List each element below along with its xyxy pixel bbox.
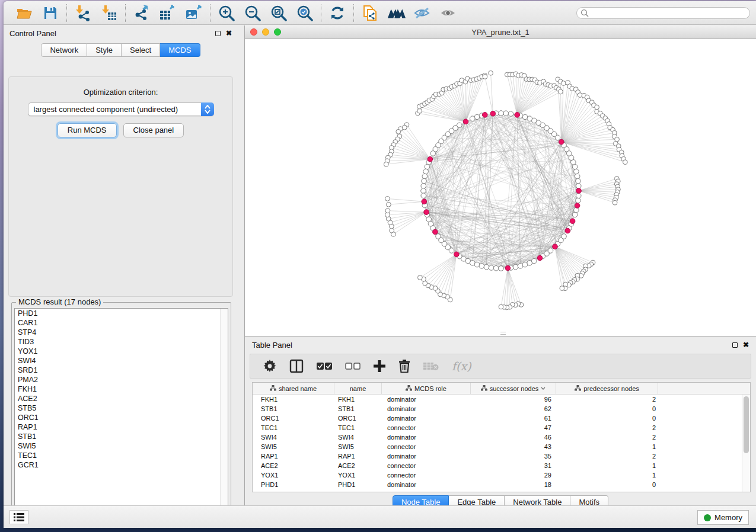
close-panel-button[interactable]: Close panel — [123, 123, 184, 137]
network-node[interactable] — [423, 169, 429, 174]
network-hub-node[interactable] — [428, 156, 433, 162]
mcds-result-item[interactable]: SRD1 — [15, 366, 228, 375]
memory-button[interactable]: Memory — [697, 510, 749, 525]
save-session-icon[interactable] — [41, 4, 60, 22]
network-titlebar[interactable]: YPA_prune.txt_1 — [245, 25, 756, 39]
zoom-selected-icon[interactable] — [295, 4, 314, 22]
criterion-dropdown[interactable]: largest connected component (undirected) — [28, 102, 214, 116]
network-node[interactable] — [422, 174, 428, 179]
network-node[interactable] — [479, 264, 484, 269]
network-hub-node[interactable] — [422, 199, 427, 204]
table-scrollbar[interactable] — [742, 395, 750, 492]
task-history-button[interactable] — [9, 510, 28, 524]
mcds-result-item[interactable]: SWI4 — [15, 356, 228, 366]
column-header-name[interactable]: name — [334, 383, 382, 394]
network-node[interactable] — [548, 248, 553, 254]
network-node[interactable] — [574, 169, 579, 174]
export-image-icon[interactable] — [184, 4, 203, 22]
show-all-icon[interactable] — [439, 4, 458, 22]
network-leaf-node[interactable] — [613, 200, 617, 205]
node-table-body[interactable]: FKH1FKH1dominator962STB1STB1dominator620… — [253, 395, 742, 492]
column-header-MCDS-role[interactable]: MCDS role — [382, 383, 471, 394]
network-leaf-node[interactable] — [615, 137, 620, 142]
network-node[interactable] — [531, 258, 537, 264]
close-panel-icon[interactable]: ✖ — [226, 30, 232, 37]
zoom-fit-icon[interactable] — [269, 4, 288, 22]
mcds-result-item[interactable]: PHD1 — [15, 309, 228, 318]
float-table-panel-icon[interactable] — [732, 342, 738, 348]
network-leaf-node[interactable] — [559, 89, 563, 94]
mcds-result-item[interactable]: GCR1 — [15, 460, 228, 470]
table-row[interactable]: STB1STB1dominator620 — [253, 404, 742, 414]
network-leaf-node[interactable] — [560, 286, 564, 291]
network-hub-node[interactable] — [575, 203, 580, 209]
network-node[interactable] — [449, 248, 454, 254]
network-node[interactable] — [575, 174, 580, 179]
table-row[interactable]: SWI5SWI5connector431 — [253, 442, 742, 451]
network-hub-node[interactable] — [433, 229, 438, 235]
hide-selected-icon[interactable] — [413, 4, 432, 22]
mcds-result-item[interactable]: PMA2 — [15, 375, 228, 384]
network-node[interactable] — [576, 193, 581, 198]
run-mcds-button[interactable]: Run MCDS — [58, 123, 117, 137]
mcds-result-item[interactable]: RAP1 — [15, 422, 228, 432]
table-row[interactable]: FKH1FKH1dominator962 — [253, 395, 742, 404]
mcds-result-item[interactable]: STB5 — [15, 403, 228, 413]
zoom-out-icon[interactable] — [243, 4, 262, 22]
network-hub-node[interactable] — [454, 252, 460, 257]
export-network-icon[interactable] — [132, 4, 151, 22]
mcds-result-item[interactable]: ACE2 — [15, 394, 228, 403]
export-table-icon[interactable] — [158, 4, 177, 22]
import-table-icon[interactable] — [100, 4, 119, 22]
table-row[interactable]: TEC1TEC1connector472 — [253, 423, 742, 432]
select-all-checks-icon[interactable] — [317, 363, 332, 370]
settings-gear-icon[interactable] — [263, 360, 276, 373]
network-node[interactable] — [576, 183, 581, 188]
network-graph[interactable] — [245, 39, 756, 336]
network-hub-node[interactable] — [553, 244, 558, 249]
float-panel-icon[interactable] — [215, 31, 221, 36]
open-session-icon[interactable] — [15, 4, 34, 22]
network-hub-node[interactable] — [505, 265, 511, 271]
network-node[interactable] — [489, 265, 494, 271]
network-node[interactable] — [425, 164, 430, 169]
network-node[interactable] — [503, 111, 509, 116]
splitter-grip[interactable] — [500, 332, 506, 335]
refresh-view-icon[interactable] — [328, 4, 347, 22]
add-column-icon[interactable] — [374, 360, 385, 372]
import-network-icon[interactable] — [74, 4, 92, 22]
mcds-result-item[interactable]: FKH1 — [15, 384, 228, 394]
table-row[interactable]: PHD1PHD1dominator180 — [253, 480, 742, 489]
network-node[interactable] — [572, 212, 578, 217]
network-node[interactable] — [522, 114, 528, 120]
network-hub-node[interactable] — [482, 113, 487, 118]
mcds-result-item[interactable]: YOX1 — [15, 347, 228, 356]
network-node[interactable] — [474, 262, 480, 267]
tab-network[interactable]: Network — [41, 43, 87, 57]
mcds-result-list[interactable]: PHD1CAR1STP4TID3YOX1SWI4SRD1PMA2FKH1ACE2… — [14, 308, 228, 520]
network-leaf-node[interactable] — [623, 160, 627, 165]
search-input[interactable] — [576, 7, 750, 19]
network-node[interactable] — [499, 111, 504, 116]
mcds-result-item[interactable]: SWI5 — [15, 441, 228, 451]
network-hub-node[interactable] — [424, 210, 429, 215]
network-node[interactable] — [470, 116, 475, 121]
network-node[interactable] — [518, 264, 523, 269]
network-node[interactable] — [562, 234, 567, 239]
network-hub-node[interactable] — [515, 113, 520, 118]
network-hub-node[interactable] — [463, 119, 468, 124]
mcds-list-scrollbar[interactable] — [220, 309, 228, 519]
network-node[interactable] — [508, 111, 513, 117]
mcds-result-item[interactable]: CAR1 — [15, 318, 228, 328]
table-scrollbar-thumb[interactable] — [744, 396, 749, 453]
table-row[interactable]: SWI4SWI4dominator462 — [253, 432, 742, 442]
network-leaf-node[interactable] — [423, 281, 428, 286]
network-hub-node[interactable] — [559, 139, 564, 145]
network-hub-node[interactable] — [490, 111, 496, 116]
deselect-all-checks-icon[interactable] — [345, 363, 361, 370]
network-hub-node[interactable] — [565, 228, 570, 233]
network-node[interactable] — [493, 265, 499, 271]
network-leaf-node[interactable] — [385, 209, 390, 213]
close-table-panel-icon[interactable]: ✖ — [743, 341, 749, 348]
network-leaf-node[interactable] — [483, 75, 487, 79]
